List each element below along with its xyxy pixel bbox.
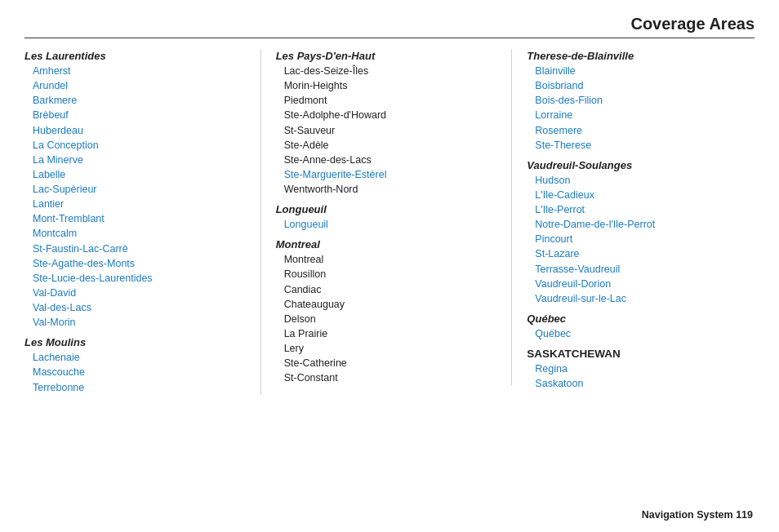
list-item: Ste-Adolphe-d'Howard [276,108,504,122]
list-item: Ste-Anne-des-Lacs [276,153,504,167]
list-item[interactable]: Québec [527,326,755,341]
list-item[interactable]: Ste-Therese [527,138,755,153]
list-item[interactable]: Barkmere [24,93,252,108]
list-item: Wentworth-Nord [276,182,504,197]
list-item[interactable]: Huberdeau [24,123,252,138]
list-item: Ste-Adèle [276,138,504,153]
list-item[interactable]: Saskatoon [527,376,755,391]
list-item: Delson [276,312,504,326]
list-item[interactable]: Val-Morin [24,315,252,330]
section-title-1-2: Montreal [276,238,504,250]
list-item[interactable]: Hudson [527,173,755,188]
list-item[interactable]: Ste-Agathe-des-Monts [24,256,252,271]
column-2: Therese-de-BlainvilleBlainvilleBoisbrian… [512,50,755,391]
page: Coverage Areas Les LaurentidesAmherstAru… [0,0,779,532]
list-item[interactable]: La Minerve [24,153,252,167]
list-item[interactable]: Blainville [527,64,755,78]
list-item[interactable]: Labelle [24,167,252,182]
list-item[interactable]: Amherst [24,64,252,78]
list-item: Rousillon [276,267,504,282]
list-item[interactable]: Val-David [24,286,252,300]
section-title-2-3: SASKATCHEWAN [527,348,755,360]
list-item[interactable]: Lac-Supèrieur [24,182,252,197]
list-item[interactable]: Ste-Marguerite-Estèrel [276,167,504,182]
list-item[interactable]: Vaudreuil-Dorion [527,277,755,291]
section-title-2-0: Therese-de-Blainville [527,50,755,62]
list-item[interactable]: Regina [527,361,755,376]
section-title-1-1: Longueuil [276,203,504,215]
list-item: St-Constant [276,370,504,385]
list-item[interactable]: Mont-Tremblant [24,211,252,226]
list-item[interactable]: Vaudreuil-sur-le-Lac [527,291,755,306]
list-item: Ste-Catherine [276,356,504,370]
list-item[interactable]: Terrebonne [24,380,252,395]
section-title-0-0: Les Laurentides [24,50,252,62]
list-item[interactable]: L'Ile-Cadieux [527,188,755,202]
list-item[interactable]: Rosemere [527,123,755,138]
list-item: Morin-Heights [276,78,504,93]
list-item[interactable]: Montcalm [24,226,252,241]
list-item: Chateauguay [276,297,504,312]
column-1: Les Pays-D'en-HautLac-des-Seize-ÎlesMori… [261,50,513,385]
list-item[interactable]: Longueuil [276,217,504,232]
section-title-2-1: Vaudreuil-Soulanges [527,159,755,171]
list-item[interactable]: Lantier [24,197,252,211]
list-item: La Prairie [276,326,504,341]
list-item[interactable]: La Conception [24,138,252,153]
list-item: Lery [276,341,504,356]
list-item[interactable]: Brèbeuf [24,108,252,122]
list-item[interactable]: Terrasse-Vaudreuil [527,262,755,277]
section-title-2-2: Québec [527,313,755,325]
list-item: Piedmont [276,93,504,108]
list-item: Lac-des-Seize-Îles [276,64,504,78]
list-item[interactable]: Bois-des-Filion [527,93,755,108]
list-item[interactable]: Mascouche [24,365,252,379]
list-item[interactable]: L'Ile-Perrot [527,202,755,217]
list-item[interactable]: St-Faustin-Lac-Carrè [24,242,252,256]
list-item[interactable]: Arundel [24,78,252,93]
list-item[interactable]: Ste-Lucie-des-Laurentides [24,271,252,286]
footer: Navigation System 119 [642,509,753,521]
list-item[interactable]: Lorraine [527,108,755,122]
list-item[interactable]: St-Lazare [527,246,755,261]
list-item[interactable]: Notre-Dame-de-l'Ile-Perrot [527,217,755,232]
column-0: Les LaurentidesAmherstArundelBarkmereBrè… [24,50,261,395]
list-item: Montreal [276,252,504,267]
list-item: St-Sauveur [276,123,504,138]
list-item[interactable]: Boisbriand [527,78,755,93]
list-item[interactable]: Val-des-Lacs [24,300,252,315]
list-item: Candiac [276,282,504,297]
columns-container: Les LaurentidesAmherstArundelBarkmereBrè… [24,50,755,395]
page-title: Coverage Areas [24,15,755,38]
section-title-1-0: Les Pays-D'en-Haut [276,50,504,62]
section-title-0-1: Les Moulins [24,336,252,348]
list-item[interactable]: Lachenaie [24,350,252,365]
list-item[interactable]: Pincourt [527,232,755,246]
